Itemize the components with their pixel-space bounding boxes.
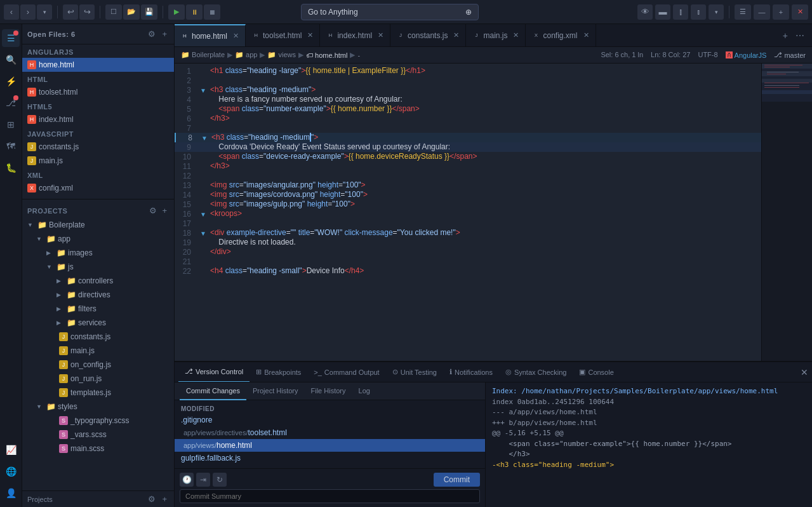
bottom-tab-notifications[interactable]: ℹ Notifications [443,362,499,382]
tab-close-constants-js[interactable]: ✕ [453,31,459,39]
tab-close-config-xml[interactable]: ✕ [583,31,589,39]
minimize-button[interactable]: — [754,4,770,20]
pause-button[interactable]: ⏸ [186,4,203,20]
tab-main-js[interactable]: J main.js ✕ [466,24,526,47]
tree-constants-js[interactable]: J constants.js [22,330,174,344]
bottom-tab-version-control[interactable]: ⎇ Version Control [178,362,250,382]
tab-close-home-html[interactable]: ✕ [233,32,239,40]
open-files-add-btn[interactable]: + [160,29,169,39]
vc-sub-tab-commit[interactable]: Commit Changes [180,382,246,400]
vc-commit-summary-input[interactable] [180,489,480,503]
activity-build[interactable]: ⊞ [2,116,20,133]
stop-button[interactable]: ⏹ [204,4,220,20]
nav-dropdown-button[interactable]: ▾ [37,4,52,20]
projects-label-bottom[interactable]: Projects [27,496,53,503]
activity-chart[interactable]: 📈 [2,441,20,459]
open-files-settings-btn[interactable]: ⚙ [146,29,157,39]
preview-button[interactable]: 👁 [637,4,653,20]
tab-menu-button[interactable]: ⋯ [793,29,807,42]
sidebar-item-constants-js[interactable]: J constants.js [22,140,174,154]
activity-globe[interactable]: 🌐 [2,463,20,480]
sidebar-item-toolset-html[interactable]: H toolset.html [22,85,174,99]
tree-controllers[interactable]: ▶ 📁 controllers [22,274,174,288]
vc-file-gulpfile[interactable]: gulpfile.fallback.js [175,452,485,464]
layout-dropdown-button[interactable]: ▾ [709,4,724,20]
breadcrumb-boilerplate[interactable]: 📁 Boilerplate [181,51,225,59]
activity-map[interactable]: 🗺 [2,137,20,155]
tree-main-scss[interactable]: S main.scss [22,442,174,456]
tree-styles[interactable]: ▼ 📁 styles [22,400,174,414]
activity-lightning[interactable]: ⚡ [2,72,20,90]
nav-back-button[interactable]: ‹ [4,4,19,20]
projects-settings-bottom-btn[interactable]: ⚙ [146,494,157,504]
nav-redo-button[interactable]: ↪ [79,4,95,20]
hamburger-menu-button[interactable]: ☰ [735,4,751,20]
vc-commit-button[interactable]: Commit [434,473,480,487]
layout-triple-button[interactable]: ⫾ [691,4,706,20]
tab-close-index-html[interactable]: ✕ [378,31,383,39]
tab-close-main-js[interactable]: ✕ [513,31,519,39]
open-file-button[interactable]: 📂 [123,4,140,20]
tab-add-button[interactable]: + [780,29,790,42]
layout-split-button[interactable]: ⫿ [673,4,688,20]
sidebar-item-config-xml[interactable]: X config.xml ✕ [22,181,174,195]
tab-constants-js[interactable]: J constants.js ✕ [390,24,466,47]
tree-services[interactable]: ▶ 📁 services [22,316,174,330]
vc-sub-tab-project-history[interactable]: Project History [246,382,305,400]
bottom-panel-close-btn[interactable]: ✕ [801,367,808,377]
vc-action-btn-3[interactable]: ↻ [213,473,227,487]
vc-file-home-html[interactable]: app/views/ home.html [175,439,485,452]
tree-boilerplate[interactable]: ▼ 📁 Boilerplate ⋯ [22,218,174,232]
breadcrumb-file[interactable]: 🏷 home.html [306,51,347,59]
goto-anything-bar[interactable]: Go to Anything ⊕ [301,4,479,20]
tab-index-html[interactable]: H index.html ✕ [320,24,390,47]
breadcrumb-symbol[interactable]: - [357,51,360,59]
projects-add-bottom-btn[interactable]: + [160,494,169,504]
vc-sub-tab-file-history[interactable]: File History [305,382,352,400]
activity-files[interactable]: ☰ [2,29,20,47]
vc-action-btn-1[interactable]: 🕐 [180,473,194,487]
vc-file-gitignore[interactable]: .gitignore [175,414,485,426]
tree-on-run-js[interactable]: J on_run.js [22,372,174,386]
maximize-button[interactable]: + [773,4,789,20]
close-window-button[interactable]: ✕ [792,4,808,20]
sidebar-item-main-js[interactable]: J main.js [22,154,174,168]
tree-app[interactable]: ▼ 📁 app [22,232,174,246]
vc-sub-tab-log[interactable]: Log [352,382,376,400]
console-panel[interactable]: Index: /home/nathan/Projects/Samples/Boi… [486,382,812,507]
tab-config-xml[interactable]: X config.xml ✕ [526,24,596,47]
projects-settings-btn[interactable]: ⚙ [147,205,159,216]
bottom-tab-unit-testing[interactable]: ⊙ Unit Testing [386,362,443,382]
tab-toolset-html[interactable]: H toolset.html ✕ [246,24,320,47]
activity-git[interactable]: ⎇ [2,94,20,112]
new-file-button[interactable]: ☐ [105,4,122,20]
bottom-tab-command-output[interactable]: >_ Command Output [307,362,385,382]
sidebar-item-index-html[interactable]: H index.html [22,112,174,126]
breadcrumb-app[interactable]: 📁 app [235,51,257,59]
tree-on-config-js[interactable]: J on_config.js [22,358,174,372]
tree-filters[interactable]: ▶ 📁 filters [22,302,174,316]
projects-add-btn[interactable]: + [160,205,169,216]
tree-directives[interactable]: ▶ 📁 directives [22,288,174,302]
tree-typography-scss[interactable]: S _typography.scss [22,414,174,428]
tree-vars-scss[interactable]: S _vars.scss [22,428,174,442]
sidebar-item-home-html[interactable]: H home.html [22,58,174,72]
tab-home-html[interactable]: H home.html ✕ [175,24,246,47]
activity-search[interactable]: 🔍 [2,51,20,69]
minimap[interactable] [761,64,812,361]
bottom-tab-console[interactable]: ▣ Console [573,362,620,382]
bottom-tab-syntax-checking[interactable]: ◎ Syntax Checking [499,362,573,382]
layout-single-button[interactable]: ▬ [655,4,670,20]
tree-js[interactable]: ▼ 📁 js [22,260,174,274]
activity-debug[interactable]: 🐛 [2,159,20,177]
tab-close-toolset-html[interactable]: ✕ [307,31,313,39]
tree-templates-js[interactable]: J templates.js [22,386,174,400]
save-file-button[interactable]: 💾 [141,4,157,20]
nav-undo-button[interactable]: ↩ [63,4,78,20]
vc-file-toolset[interactable]: app/views/directives/ toolset.html [175,426,485,439]
nav-forward-button[interactable]: › [20,4,36,20]
bottom-tab-breakpoints[interactable]: ⊞ Breakpoints [250,362,307,382]
tree-images[interactable]: ▶ 📁 images [22,246,174,260]
editor-code[interactable]: 1 <h1 class="heading -large">{{ home.tit… [175,64,761,361]
vc-action-btn-2[interactable]: ⇥ [196,473,210,487]
